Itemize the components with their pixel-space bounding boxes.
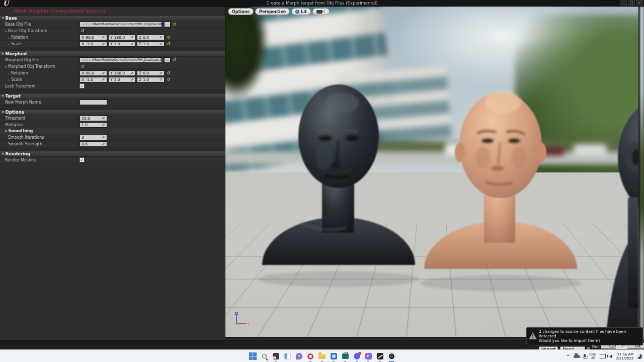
tray-expand-icon[interactable]: ^ xyxy=(567,354,571,359)
spin-arrows-icon: ↔ xyxy=(102,122,106,127)
toolbox-app-icon[interactable] xyxy=(341,352,349,360)
discord-icon[interactable] xyxy=(353,352,361,360)
spin-arrows-icon: ↔ xyxy=(102,70,106,75)
base-obj-file-input[interactable]: ../../../../MeshMorpherDemo/Content/MH_O… xyxy=(79,22,162,27)
license-warning-text: Mesh Morpher (Unregistered Version) xyxy=(14,9,105,14)
sculpt-app-icon[interactable] xyxy=(376,352,384,360)
spin-arrows-icon: ↔ xyxy=(102,77,106,81)
clay-head-partial xyxy=(606,98,638,338)
scale-y-input[interactable]: Y1.0↔ xyxy=(108,41,136,47)
row-threshold: Threshold 20.0↔ xyxy=(0,115,225,122)
threshold-input[interactable]: 20.0↔ xyxy=(79,116,107,121)
spin-arrows-icon: ↔ xyxy=(102,141,106,146)
reset-icon[interactable]: ↺ xyxy=(167,35,171,40)
volume-icon[interactable] xyxy=(609,354,612,358)
scale-z-input[interactable]: Z1.0↔ xyxy=(137,77,165,82)
window-titlebar: U Create a Morph target from Obj Files (… xyxy=(0,0,644,7)
spin-arrows-icon: ↔ xyxy=(130,77,135,81)
browse-button[interactable]: ... xyxy=(164,22,171,27)
row-lock-transform: Lock Transform ✓ xyxy=(0,83,225,89)
spin-arrows-icon: ↔ xyxy=(102,41,106,46)
rotation-y-input[interactable]: Y180.0↔ xyxy=(108,35,136,40)
row-base-scale: ▹Scale X-1.0↔ Y1.0↔ Z1.0↔ ↺ xyxy=(0,41,225,47)
section-options[interactable]: ▾ Options xyxy=(0,109,225,115)
microphone-icon[interactable] xyxy=(584,354,586,357)
spin-arrows-icon: ↔ xyxy=(130,70,135,75)
rotation-z-input[interactable]: Z0.0↔ xyxy=(137,35,165,40)
close-icon[interactable]: ✕ xyxy=(636,0,643,6)
section-base[interactable]: ▾ Base xyxy=(0,15,225,21)
new-morph-name-input[interactable] xyxy=(79,100,107,105)
window-title: Create a Morph target from Obj Files (Ex… xyxy=(0,1,644,6)
file-explorer-icon[interactable] xyxy=(318,352,326,360)
row-morphed-obj-transform[interactable]: ▾Morphed Obj Transform ↺ xyxy=(0,63,225,70)
scale-x-input[interactable]: X-1.0↔ xyxy=(79,77,107,82)
focus-assist-icon[interactable] xyxy=(637,354,642,359)
row-base-obj-transform[interactable]: ▾Base Obj Transform ↺ xyxy=(0,28,225,34)
chat-app-icon[interactable] xyxy=(295,352,303,360)
clay-head xyxy=(262,84,415,265)
morphed-obj-file-input[interactable]: ../../../../MeshMorpherDemo/Content/MH_D… xyxy=(79,57,162,63)
rotation-x-input[interactable]: X90.0↔ xyxy=(79,70,107,76)
properties-panel: Mesh Morpher (Unregistered Version) ▾ Ba… xyxy=(0,7,225,340)
smooth-strength-input[interactable]: 0.6↔ xyxy=(79,141,107,147)
rotation-y-input[interactable]: Y180.0↔ xyxy=(108,70,136,76)
row-render-meshes: Render Meshes ✓ xyxy=(0,157,225,163)
reset-icon[interactable]: ↺ xyxy=(173,22,177,27)
perspective-button[interactable]: Perspective xyxy=(255,8,290,15)
spin-arrows-icon: ↔ xyxy=(159,77,164,81)
rotation-x-input[interactable]: X90.0↔ xyxy=(79,35,107,40)
section-target[interactable]: ▾ Target xyxy=(0,93,225,99)
minimize-icon[interactable]: – xyxy=(620,0,627,6)
display-icon[interactable] xyxy=(600,354,606,358)
onedrive-icon[interactable] xyxy=(574,354,580,358)
row-morphed-scale: ▹Scale X-1.0↔ Y1.0↔ Z1.0↔ ↺ xyxy=(0,76,225,83)
outlook-icon[interactable] xyxy=(330,352,338,360)
multiplier-input[interactable]: 1.0↔ xyxy=(79,122,107,128)
row-smooth-iterations: Smooth Iterations 3↔ xyxy=(0,134,225,141)
svg-text:x: x xyxy=(248,322,250,326)
reset-icon[interactable]: ↺ xyxy=(173,58,177,62)
smooth-iterations-input[interactable]: 3↔ xyxy=(79,135,107,140)
rotation-z-input[interactable]: Z0.0↔ xyxy=(137,70,165,76)
section-morphed[interactable]: ▾ Morphed xyxy=(0,51,225,57)
reset-icon[interactable]: ↺ xyxy=(167,77,171,82)
scale-x-input[interactable]: X-1.0↔ xyxy=(79,41,107,47)
maximize-icon[interactable]: □ xyxy=(628,0,635,6)
expand-icon: ▾ xyxy=(2,16,4,20)
media-app-icon[interactable] xyxy=(364,352,372,360)
scale-y-input[interactable]: Y1.0↔ xyxy=(108,77,136,82)
dark-app-icon[interactable] xyxy=(272,352,280,360)
windows-start-icon[interactable] xyxy=(249,352,257,360)
task-view-icon[interactable] xyxy=(283,352,291,360)
section-smoothing[interactable]: ▾ Smoothing xyxy=(0,128,225,134)
scale-z-input[interactable]: Z1.0↔ xyxy=(137,41,165,47)
render-meshes-checkbox[interactable]: ✓ xyxy=(79,157,85,162)
head-meshes xyxy=(225,7,638,338)
browse-button[interactable]: ... xyxy=(164,57,171,63)
viewport-toolbar: Options Perspective Lit ! xyxy=(228,8,330,15)
reset-icon[interactable]: ↺ xyxy=(167,71,171,75)
row-smooth-strength: Smooth Strength 0.6↔ xyxy=(0,141,225,147)
options-button[interactable]: Options xyxy=(228,8,254,15)
row-new-morph-name: New Morph Name xyxy=(0,99,225,106)
reset-icon[interactable]: ↺ xyxy=(167,42,171,46)
clock[interactable]: 11:56 AM2/11/2022 xyxy=(616,352,633,360)
camera-alert-button[interactable]: ! xyxy=(312,8,330,15)
language-indicator[interactable]: ENGUS xyxy=(589,353,596,360)
toast-message-line1: 2 changes to source content files have b… xyxy=(539,329,640,338)
unreal-engine-icon[interactable]: U xyxy=(387,352,395,360)
spin-arrows-icon: ↔ xyxy=(102,35,106,39)
search-icon[interactable] xyxy=(260,352,268,360)
windows-taskbar: U ^ ENGUS 11:56 AM2/11/2022 xyxy=(0,349,644,362)
screen: U Create a Morph target from Obj Files (… xyxy=(0,0,644,362)
section-rendering[interactable]: ▾ Rendering xyxy=(0,151,225,157)
lock-transform-checkbox[interactable]: ✓ xyxy=(79,83,85,88)
reset-icon[interactable]: ↺ xyxy=(80,29,85,33)
axis-gizmo: x xyxy=(232,311,253,328)
row-morphed-obj-file: Morphed Obj File ../../../../MeshMorpher… xyxy=(0,57,225,63)
viewport-3d[interactable]: Options Perspective Lit ! x xyxy=(225,7,638,338)
opera-browser-icon[interactable] xyxy=(306,352,314,360)
lit-mode-button[interactable]: Lit xyxy=(291,8,311,15)
reset-icon[interactable]: ↺ xyxy=(80,64,85,69)
